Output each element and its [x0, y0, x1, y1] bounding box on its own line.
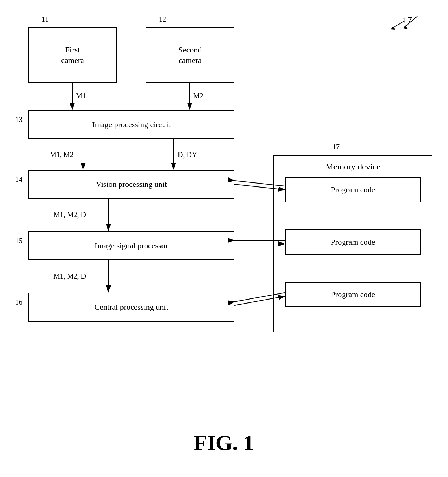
svg-marker-24	[391, 26, 395, 30]
second-camera-id: 12	[159, 15, 166, 23]
image-signal-id: 15	[15, 237, 22, 245]
vision-processing-id: 14	[15, 175, 22, 184]
system-ref-arrow	[397, 11, 426, 33]
image-processing-label: Image processing circuit	[92, 120, 170, 130]
vision-processing-label: Vision processing unit	[96, 179, 167, 190]
first-camera-id: 11	[42, 15, 48, 23]
program-code-2-label: Program code	[331, 237, 375, 248]
diagram: 17 First camera 11 Second camera 12 Imag…	[0, 0, 448, 477]
program-code-2-box: Program code	[285, 229, 421, 255]
image-signal-label: Image signal processor	[95, 241, 168, 251]
svg-marker-1	[403, 25, 408, 29]
second-camera-label: Second camera	[178, 45, 202, 65]
memory-device-id: 17	[332, 143, 340, 151]
svg-text:M1, M2: M1, M2	[50, 151, 74, 159]
svg-text:M1, M2, D: M1, M2, D	[53, 272, 86, 280]
second-camera-box: Second camera	[146, 27, 234, 83]
svg-text:D, DY: D, DY	[178, 151, 197, 159]
svg-text:M2: M2	[193, 92, 203, 100]
vision-processing-box: Vision processing unit	[28, 170, 234, 199]
svg-text:M1: M1	[76, 92, 86, 100]
first-camera-label: First camera	[61, 45, 84, 65]
central-processing-box: Central processing unit	[28, 293, 234, 322]
svg-line-0	[405, 16, 417, 27]
figure-label: FIG. 1	[0, 430, 448, 455]
program-code-3-box: Program code	[285, 282, 421, 307]
program-code-1-label: Program code	[331, 185, 375, 195]
central-processing-id: 16	[15, 298, 22, 306]
svg-text:M1, M2, D: M1, M2, D	[53, 211, 86, 219]
program-code-1-box: Program code	[285, 177, 421, 202]
image-signal-box: Image signal processor	[28, 231, 234, 260]
first-camera-box: First camera	[28, 27, 117, 83]
image-processing-box: Image processing circuit	[28, 110, 234, 139]
program-code-3-label: Program code	[331, 289, 375, 300]
image-processing-id: 13	[15, 116, 22, 124]
central-processing-label: Central processing unit	[94, 302, 168, 313]
